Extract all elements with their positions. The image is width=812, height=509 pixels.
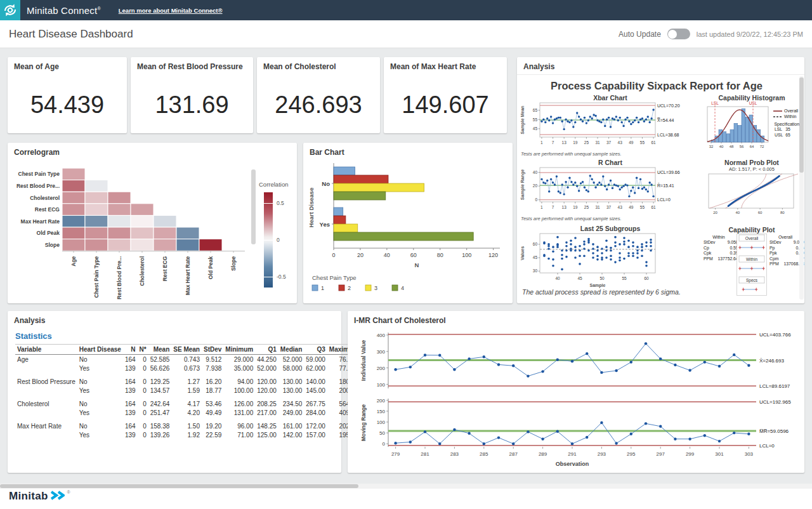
table-row: Yes1390134.571.5918.77100.00120.00130.00… [15, 386, 360, 395]
svg-text:20: 20 [533, 183, 538, 188]
table-row: CholesterolNo1640242.644.1753.46126.0020… [15, 399, 360, 408]
svg-text:LCL=89.6197: LCL=89.6197 [759, 383, 790, 389]
svg-text:13: 13 [562, 140, 567, 145]
stats-column-header: Q1 [255, 345, 278, 355]
svg-text:X̄=246.693: X̄=246.693 [759, 358, 784, 364]
svg-text:303: 303 [745, 451, 754, 457]
xbar-chart: 45556517131925313743495561UCL=70.20X̿=54… [518, 102, 704, 151]
kpi-value: 131.69 [131, 76, 253, 133]
auto-update-toggle[interactable] [667, 29, 690, 39]
svg-text:Values: Values [520, 246, 525, 260]
svg-text:100: 100 [377, 382, 386, 388]
svg-text:Cholesterol: Cholesterol [139, 256, 145, 286]
svg-text:Within: Within [746, 257, 757, 261]
svg-text:100: 100 [462, 252, 471, 258]
svg-text:1: 1 [540, 140, 543, 145]
last25-title: Last 25 Subgroups [518, 225, 702, 232]
svg-text:31: 31 [595, 205, 600, 209]
panel-title: I-MR Chart of Cholesterol [354, 316, 446, 325]
svg-text:Chest Pain Type: Chest Pain Type [93, 256, 100, 298]
table-row: Rest Blood PressureNo1640129.251.2716.20… [15, 377, 360, 386]
horizontal-scrollbar-thumb[interactable] [0, 484, 358, 488]
svg-text:UCL=39.66: UCL=39.66 [657, 170, 680, 175]
histogram-legend: Overall Within Specifications LSL35USL65 [773, 108, 802, 138]
svg-text:Chest Pain Type: Chest Pain Type [312, 274, 357, 281]
svg-text:45: 45 [577, 276, 582, 281]
svg-text:40: 40 [735, 211, 740, 215]
svg-text:Sample Range: Sample Range [520, 169, 525, 200]
capability-plot-intervals: OverallWithinSpecs [737, 234, 767, 297]
table-row: AgeNo164052.5850.7439.51229.00044.25052.… [15, 355, 360, 364]
top-navbar: Minitab Connect® Learn more about Minita… [0, 0, 812, 20]
heart-disease-bar-chart: NoYes020406080100120NHeart DiseaseChest … [306, 159, 510, 301]
svg-text:100: 100 [377, 420, 386, 425]
statistics-table-wrap: VariableHeart DiseaseNN*MeanSE MeanStDev… [15, 344, 334, 439]
svg-text:Observation: Observation [556, 461, 589, 467]
svg-text:1: 1 [540, 205, 543, 209]
imr-chart-panel: I-MR Chart of Cholesterol 100200300400UC… [348, 311, 804, 473]
svg-text:55: 55 [533, 117, 538, 122]
svg-text:279: 279 [391, 451, 400, 457]
svg-text:Age: Age [70, 256, 77, 266]
svg-text:281: 281 [421, 451, 429, 457]
capability-histogram: LSLUSL324048566472 [705, 102, 773, 155]
svg-text:Heart Disease: Heart Disease [308, 188, 315, 228]
svg-text:80: 80 [437, 252, 443, 258]
legend-overall: Overall [784, 109, 798, 113]
within-table: StDev9.058Cp0.55Cpk0.39PPM137752.64 [702, 240, 740, 261]
page-title: Heart Disease Dashboard [9, 28, 133, 41]
svg-text:R̄=15.41: R̄=15.41 [657, 183, 674, 187]
imr-chart: 100200300400UCL=403.766X̄=246.693LCL=89.… [353, 327, 799, 471]
svg-text:Individual Value: Individual Value [360, 340, 367, 381]
svg-text:45: 45 [533, 255, 538, 260]
svg-text:120: 120 [488, 252, 498, 258]
svg-text:55: 55 [640, 205, 645, 209]
svg-text:60: 60 [533, 242, 538, 246]
minitab-connect-logo[interactable] [0, 0, 20, 20]
normal-prob-plot: 20406080 [705, 173, 799, 221]
stats-column-header: Q3 [304, 345, 327, 355]
xbar-chart-title: Xbar Chart [518, 94, 702, 102]
svg-text:1: 1 [321, 285, 324, 291]
kpi-card-cholesterol: Mean of Cholesterol 246.693 [257, 57, 380, 133]
auto-update-label: Auto Update [619, 30, 661, 39]
svg-text:45: 45 [533, 126, 538, 131]
svg-text:61: 61 [651, 140, 656, 145]
statistics-analysis-panel: Analysis Statistics VariableHeart Diseas… [8, 311, 341, 473]
r-chart: 0204017131925313743495561UCL=39.66R̄=15.… [518, 166, 704, 216]
colorbar-notch [264, 277, 273, 277]
page-header: Heart Disease Dashboard Auto Update last… [0, 20, 812, 48]
svg-text:0: 0 [535, 197, 537, 202]
svg-text:X̿=54.44: X̿=54.44 [657, 117, 674, 122]
svg-text:0: 0 [383, 441, 386, 447]
svg-text:400: 400 [377, 333, 386, 338]
svg-text:Old Peak: Old Peak [37, 230, 60, 236]
svg-text:M̅R̅=59.0596: M̅R̅=59.0596 [759, 428, 789, 434]
svg-text:13: 13 [562, 205, 567, 209]
correlogram-heatmap: Chest Pain TypeRest Blood Pre...Choleste… [10, 161, 250, 301]
panel-scrollbar-thumb[interactable] [799, 77, 804, 173]
sixpack-footnote: The actual process spread is represented… [522, 288, 681, 296]
toggle-knob [668, 30, 677, 39]
svg-text:80: 80 [780, 211, 785, 215]
svg-text:Chest Pain Type: Chest Pain Type [18, 171, 60, 177]
kpi-card-age: Mean of Age 54.439 [8, 57, 127, 133]
overall-stats: Overall StDev9.039Pp0.55Ppk0.39Cpm*PPM13… [768, 235, 802, 267]
stats-column-header: StDev [202, 345, 223, 355]
sync-gear-icon [3, 3, 18, 18]
svg-text:50: 50 [599, 276, 605, 281]
svg-text:30: 30 [533, 268, 538, 273]
svg-text:61: 61 [651, 205, 656, 209]
svg-text:40: 40 [533, 170, 538, 175]
svg-text:301: 301 [715, 451, 724, 457]
svg-text:200: 200 [377, 366, 386, 371]
correlogram-scrollbar-thumb[interactable] [251, 169, 256, 244]
svg-text:37: 37 [606, 205, 612, 209]
svg-text:Sample Mean: Sample Mean [520, 106, 525, 135]
specs-title: Specifications [773, 122, 802, 126]
normal-prob-title: Normal Prob Plot [705, 159, 799, 166]
table-row: Max Heart RateNo1640158.381.5019.2096.00… [15, 421, 360, 430]
svg-text:7: 7 [552, 140, 554, 145]
learn-more-link[interactable]: Learn more about Minitab Connect® [119, 7, 223, 14]
svg-text:31: 31 [595, 140, 600, 145]
